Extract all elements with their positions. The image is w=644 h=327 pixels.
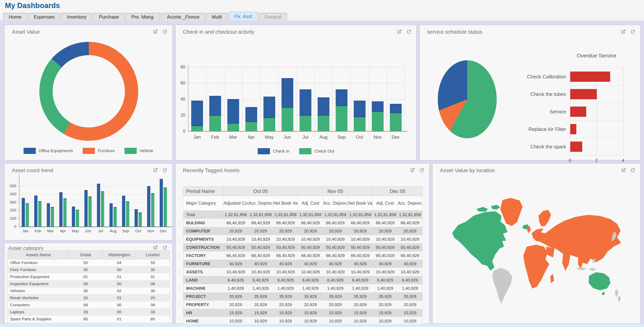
- row-name-cell: BULDING: [184, 219, 223, 227]
- refresh-icon[interactable]: [162, 245, 168, 250]
- tab-home[interactable]: Home: [3, 13, 27, 21]
- x-category-label: May: [260, 135, 278, 140]
- panel-title: Asset Value by location: [440, 167, 495, 173]
- value-cell: 40,929: [348, 260, 373, 268]
- x-category-label: Jul: [296, 135, 314, 140]
- panel-asset-category: Asset category Assets NameDubaiWashingto…: [4, 243, 172, 324]
- x-tick-label: 2: [591, 158, 602, 163]
- row-name-cell: Laptops: [8, 308, 69, 315]
- tab-purchase[interactable]: Purchase: [93, 13, 125, 21]
- value-cell: 20,929: [298, 300, 323, 309]
- hbar-bar: [570, 142, 582, 152]
- open-in-new-window-icon[interactable]: [410, 167, 415, 173]
- value-cell: 66,40,929: [248, 219, 273, 227]
- value-cell: 10,40,929: [348, 268, 373, 276]
- tab-inventory[interactable]: Inventory: [61, 13, 92, 21]
- panel-title: Recently Tagged Assets: [183, 167, 240, 173]
- value-cell: 6,40,929: [348, 276, 373, 284]
- trend-bar: [76, 210, 79, 227]
- recently-tagged-data-table: Period NameOct 05Nov 05Dec 05Major Categ…: [183, 186, 422, 325]
- column-header-row: Assets NameDubaiWashingtonLondon: [8, 251, 170, 259]
- open-in-new-window-icon[interactable]: [152, 29, 158, 35]
- trend-bar: [126, 201, 129, 227]
- bar-check-in: [264, 97, 275, 118]
- table-row: Spare Parts & Supplies850185: [8, 315, 170, 323]
- table-row: PROJECT35,92935,92935,92935,92935,92935,…: [184, 292, 422, 300]
- value-cell: 15,929: [348, 309, 373, 317]
- value-cell: 6,40,929: [273, 276, 298, 284]
- trend-bar: [101, 191, 104, 227]
- tab-fix-asst[interactable]: Fix. Asst: [228, 12, 258, 21]
- tab-pro-mang[interactable]: Pro. Mang.: [126, 13, 160, 21]
- legend-label: Check Out: [314, 149, 334, 154]
- value-cell: 1,32,81,858: [398, 211, 422, 219]
- gridline: [570, 68, 627, 68]
- open-in-new-window-icon[interactable]: [620, 167, 626, 173]
- hbar-bar: [570, 107, 586, 117]
- x-category-label: Feb: [206, 135, 224, 140]
- panel-recently-tagged: Recently Tagged Assets Period NameOct 05…: [175, 163, 430, 324]
- value-cell: 10,40,929: [298, 235, 323, 243]
- legend-item: Furniture: [83, 148, 114, 154]
- table-row: FACTORY66,40,92966,40,92966,40,92966,40,…: [184, 251, 422, 260]
- value-cell: 1,32,81,858: [298, 211, 323, 219]
- recently-tagged-table: Period NameOct 05Nov 05Dec 05Major Categ…: [183, 186, 422, 325]
- value-cell: 55: [136, 259, 170, 266]
- gridline: [260, 67, 260, 131]
- value-cell: 1,32,81,858: [273, 211, 298, 219]
- trend-bar: [97, 184, 100, 227]
- y-tick-label: 40: [176, 97, 185, 102]
- row-name-cell: Office Furniture: [8, 259, 69, 266]
- value-cell: 66,40,929: [373, 251, 398, 260]
- panel-actions: [152, 245, 168, 250]
- open-in-new-window-icon[interactable]: [152, 245, 158, 250]
- table-row: Production Equipment010101: [8, 273, 170, 280]
- refresh-icon[interactable]: [162, 29, 168, 35]
- value-cell: 06: [136, 280, 170, 287]
- tab-expenses[interactable]: Expenses: [28, 13, 60, 21]
- value-cell: 66,40,929: [298, 219, 323, 227]
- gridline: [570, 120, 627, 121]
- column-header: Adj. Cost: [298, 196, 323, 211]
- value-cell: 6,40,929: [373, 276, 398, 284]
- value-cell: 1,32,81,858: [348, 211, 373, 219]
- gridline: [314, 67, 315, 131]
- tab-general[interactable]: General: [259, 13, 287, 21]
- legend-item: Office Equipments: [24, 148, 73, 154]
- value-cell: 66,40,929: [323, 251, 348, 260]
- row-name-cell: MACHINE: [184, 284, 223, 292]
- x-axis-line: [188, 131, 407, 132]
- table-row: Office Furniture550455: [8, 259, 170, 266]
- refresh-icon[interactable]: [419, 167, 425, 173]
- y-axis-line: [19, 175, 20, 227]
- bar-check-out: [354, 117, 366, 131]
- bar-check-out: [227, 123, 239, 131]
- bar-check-in: [300, 89, 311, 115]
- gridline: [623, 68, 624, 155]
- map-region-australia: [589, 272, 610, 290]
- tab-bar: HomeExpensesInventoryPurchasePro. Mang.A…: [3, 13, 288, 21]
- value-cell: 1,40,929: [273, 284, 298, 292]
- legend-item: Vehicle: [124, 148, 153, 154]
- period-cell: Oct 05: [223, 187, 298, 196]
- x-category-label: Aug: [107, 229, 119, 233]
- legend-chip: [258, 148, 270, 154]
- hbar-category-label: Check the tubes: [452, 91, 566, 97]
- value-cell: 20,929: [398, 227, 422, 235]
- x-category-label: Sep: [119, 229, 132, 233]
- x-category-label: Mar: [44, 229, 57, 233]
- gridline: [570, 85, 627, 86]
- asset-category-table: Assets NameDubaiWashingtonLondonOffice F…: [8, 250, 170, 327]
- value-cell: 35,929: [323, 292, 348, 300]
- tab-multi[interactable]: Multi: [206, 13, 228, 21]
- bar-check-in: [209, 96, 221, 115]
- value-cell: 01: [102, 294, 136, 301]
- tab-accnts-finnce[interactable]: Accnts _Finnce: [161, 13, 205, 21]
- top-bar: My Dashboards HomeExpensesInventoryPurch…: [0, 0, 644, 21]
- refresh-icon[interactable]: [630, 167, 636, 173]
- legend-chip: [299, 148, 311, 154]
- map-region-africa: [523, 245, 549, 288]
- value-cell: 20,929: [398, 300, 422, 309]
- bar-check-out: [372, 111, 384, 131]
- y-tick-label: 400: [6, 192, 16, 196]
